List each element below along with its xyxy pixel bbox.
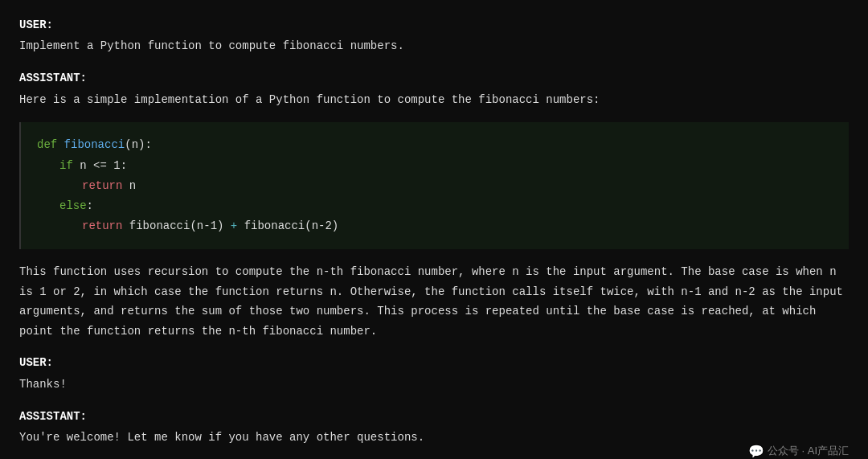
code-else-colon: : (87, 199, 93, 212)
user-label-2: USER: (19, 354, 849, 371)
keyword-else: else (59, 199, 87, 212)
code-fib2: fibonacci(n-2) (244, 219, 339, 232)
wechat-icon: 💬 (748, 441, 764, 459)
user-text-1: Implement a Python function to compute f… (19, 37, 849, 56)
assistant-label-2: ASSISTANT: (19, 408, 849, 425)
code-line-3: return n (37, 176, 833, 196)
assistant-explanation: This function uses recursion to compute … (19, 262, 849, 341)
code-block: def fibonacci(n): if n <= 1: return n el… (19, 122, 849, 249)
keyword-return-1: return (82, 179, 129, 192)
assistant-message-1: ASSISTANT: Here is a simple implementati… (19, 69, 849, 341)
watermark: 💬 公众号 · AI产品汇 (748, 441, 849, 459)
code-line-4: else: (37, 196, 833, 216)
user-text-2: Thanks! (19, 375, 849, 395)
assistant-label-1: ASSISTANT: (19, 69, 849, 87)
code-fib1: fibonacci(n-1) (129, 219, 224, 232)
code-line-5: return fibonacci(n-1) + fibonacci(n-2) (37, 216, 833, 236)
user-message-2: USER: Thanks! (19, 354, 849, 394)
code-line-1: def fibonacci(n): (37, 135, 833, 155)
keyword-def: def (37, 138, 64, 151)
assistant-text-2: You're welcome! Let me know if you have … (19, 428, 849, 448)
code-return-val-1: n (129, 179, 136, 192)
user-label-1: USER: (19, 16, 849, 34)
keyword-return-2: return (82, 219, 129, 232)
user-message-1: USER: Implement a Python function to com… (19, 16, 849, 56)
function-name: fibonacci (64, 138, 125, 151)
watermark-text: 公众号 · AI产品汇 (768, 443, 849, 459)
keyword-if: if (59, 159, 80, 172)
code-plus: + (223, 219, 244, 232)
code-line-2: if n <= 1: (37, 156, 833, 176)
assistant-intro: Here is a simple implementation of a Pyt… (19, 91, 849, 110)
assistant-message-2: ASSISTANT: You're welcome! Let me know i… (19, 408, 849, 448)
code-args: (n): (125, 138, 152, 151)
code-condition: n <= 1: (80, 159, 127, 172)
